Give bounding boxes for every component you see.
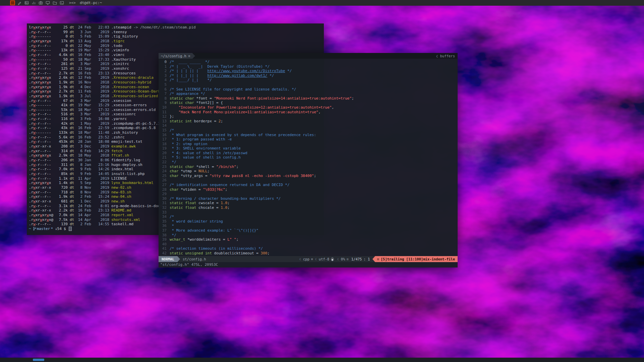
display-icon[interactable] [45,0,50,5]
code-line: 6/* See LICENSE file for copyright and l… [160,87,458,92]
code-line: 16 * What program is execed by st depend… [160,133,458,137]
code-line: 20 * 4: value of shell in /etc/passwd [160,151,458,156]
branch-name: master [37,227,50,231]
code-line: 36 * [160,224,458,228]
file-row: .rwxrwxrwx17kdt13Aug2018.tigrc [29,39,324,44]
lint-warning-segment: ≡ [5]trailing [11:100]mix-indent-file [375,256,458,262]
folder-icon[interactable] [52,0,57,5]
code-line: 28char *vtiden = "\033[?6c"; [160,187,458,192]
pencil-icon[interactable] [17,0,22,5]
code-line: 15/* [160,128,458,133]
code-line: 39wchar_t *worddelimiters = L" "; [160,237,458,242]
code-line: 8static char *font = "Mononoki Nerd Font… [160,96,458,101]
file-name: .viminfo [111,48,324,53]
code-line: 23static char *shell = "/bin/sh"; [160,165,458,169]
code-line: 21 * 5: value of shell in config.h [160,155,458,160]
code-line: 27/* identification sequence returned in… [160,183,458,187]
file-name: .todo [111,44,324,48]
chart-icon[interactable] [31,0,36,5]
filetype-close-icon: ⊠ [311,256,313,262]
buffers-arrow-icon: ❮ [436,54,438,58]
code-line: 18 * 2: utmp option [160,142,458,146]
code-line: 13static int borderpx = 2; [160,119,458,124]
code-line: 4/* |____/ |_| */ [160,78,458,82]
linux-penguin-icon [331,257,334,261]
camera-icon[interactable] [38,0,43,5]
code-line: 11 "Hack Nerd Font Mono:pixelsize=11:ant… [160,110,458,115]
filetype-segment: cpp ⊠ [303,256,313,262]
prompt-cwd: ~ [29,227,31,231]
code-line: 12}; [160,114,458,119]
chevron-left-icon: ❮ [299,256,301,262]
buffers-label[interactable]: buffers [440,54,455,58]
code-line: 26 [160,178,458,183]
image-icon[interactable] [24,0,29,5]
encoding-label: utf-8 [319,256,330,262]
vim-tabline: ~/s/config.h ⊠ ❮ buffers [159,53,458,59]
scroll-percent: 0% [341,256,345,262]
tab-filename: ~/s/config.h [161,54,186,58]
code-line: 38 */ [160,233,458,238]
code-line: 1/* | _ \_ _| Derek Taylor (DistroTube) … [160,64,458,69]
file-row: .rw-------13kdt19Mar15:29.viminfo [29,48,324,53]
code-line: 34/* [160,215,458,219]
statusline-filename: st/config.h [183,256,206,262]
file-row: .rw-r--r--99dt3Jun2019.teensy [29,30,324,35]
warning-separator [372,256,375,262]
code-line: 30/* Kerning / character bounding-box mu… [160,196,458,201]
vim-statusline: NORMAL st/config.h ❮ cpp ⊠ ❮ utf-8 ❮ 0% … [159,256,458,262]
code-line: 29 [160,192,458,196]
file-name: .tigrc [111,39,324,44]
prompt-symbol: $ [64,227,66,231]
code-line: 24char *utmp = NULL; [160,169,458,174]
vim-buffer[interactable]: 0/* ____ _____ */1/* | _ \_ _| Derek Tay… [159,59,458,256]
code-line: 19 * 3: SHELL environment variable [160,146,458,151]
chevron-left-icon: ❮ [337,256,339,262]
bottom-bar [0,358,644,362]
behind-count: ↓54 [55,227,62,231]
code-line: 2/* | | | || | http://www.youtube.com/c/… [160,69,458,73]
file-name: .steampid -> /home/dt/.steam/steam.pid [111,25,324,30]
bottom-bar-accent [33,359,44,361]
code-line: 7/* appearance */ [160,92,458,96]
file-name: .teensy [111,30,324,35]
cursor-position: 1/475 [351,256,362,262]
code-line: 25char *stty_args = "stty raw pass8 nl -… [160,174,458,178]
code-line: 42static unsigned int doubleclicktimeout… [160,251,458,256]
tab-arrow-separator [192,53,195,59]
tab-close-icon[interactable]: ⊠ [188,54,190,58]
branch-star: * [51,227,53,231]
tab-config-h[interactable]: ~/s/config.h ⊠ [159,53,192,59]
powerline-separator [177,256,180,262]
vim-window[interactable]: ~/s/config.h ⊠ ❮ buffers 0/* ____ _____ … [159,53,458,267]
file-row: .rw-------0dt5Feb15:09.tig_history [29,34,324,39]
code-line: 0/* ____ _____ */ [160,60,458,64]
lint-warnings: [5]trailing [11:100]mix-indent-file [381,256,455,262]
code-line: 32static float chscale = 1.0; [160,205,458,210]
apps-icon[interactable] [10,0,15,5]
code-line: 31static float cwscale = 1.0; [160,201,458,205]
code-line: 3/* | |_| || | http://www.gitlab.com/dwt… [160,73,458,78]
file-row: lrwxrwxrwx25dt24Feb22:03.steampid -> /ho… [29,25,324,30]
code-line: 41/* selection timeouts (in milliseconds… [160,246,458,251]
code-line: 5 [160,82,458,87]
code-line: 35 * word delimiter string [160,219,458,224]
code-line: 14 [160,123,458,128]
chevron-left-icon: ❮ [315,256,316,262]
terminal-icon[interactable] [59,0,64,5]
code-line: 40 [160,242,458,247]
code-line: 22 */ [160,160,458,165]
file-name: .tig_history [111,34,324,39]
code-line: 37 * More advanced example: L" `'\"()[]{… [160,228,458,233]
fish-shell-glyph: ><> [69,1,76,5]
git-branch-icon [33,227,36,231]
code-line: 33 [160,210,458,215]
vim-command-line: "st/config.h" 475L, 20953C [159,262,458,267]
system-topbar: ><> dt@dt-pc:~ [0,0,644,6]
lines-icon: ≡ [347,256,349,262]
code-line: 17 * 1: program passed with -e [160,137,458,142]
file-row: .rw-r--r--0dt22May2019.todo [29,44,324,48]
code-line: 9static char *font2[] = { [160,101,458,105]
filetype-label: cpp [303,256,309,262]
vim-mode-indicator: NORMAL [159,256,177,262]
